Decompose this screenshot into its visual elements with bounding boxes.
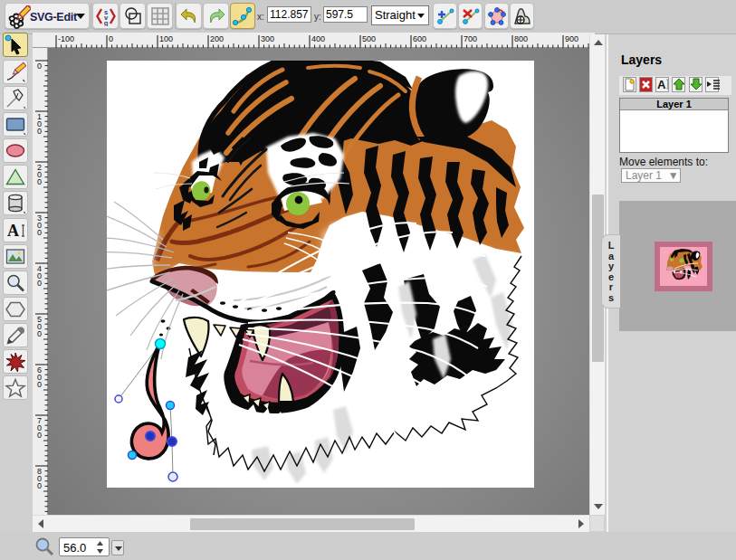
svg-text:0: 0 [37,279,42,288]
svg-text:700: 700 [464,34,477,43]
svg-text:-100: -100 [58,34,74,43]
svg-text:0: 0 [37,228,42,237]
svg-text:0: 0 [37,62,42,71]
svg-text:0: 0 [37,481,42,490]
svg-text:0: 0 [37,431,42,440]
svg-text:0: 0 [37,127,42,136]
svg-text:500: 500 [362,34,376,43]
svg-text:0: 0 [37,329,42,338]
svg-text:300: 300 [261,34,274,43]
svg-text:900: 900 [565,34,578,43]
svg-text:A: A [657,78,666,90]
svg-text:600: 600 [413,34,426,43]
svg-text:0: 0 [37,380,42,389]
svg-text:A: A [7,222,19,240]
svg-text:400: 400 [311,34,325,43]
svg-text:0: 0 [109,34,113,43]
svg-text:100: 100 [159,34,173,43]
svg-text:800: 800 [514,34,528,43]
svg-text:0: 0 [37,177,42,186]
svg-text:g: g [103,19,108,26]
svg-text:200: 200 [210,34,224,43]
